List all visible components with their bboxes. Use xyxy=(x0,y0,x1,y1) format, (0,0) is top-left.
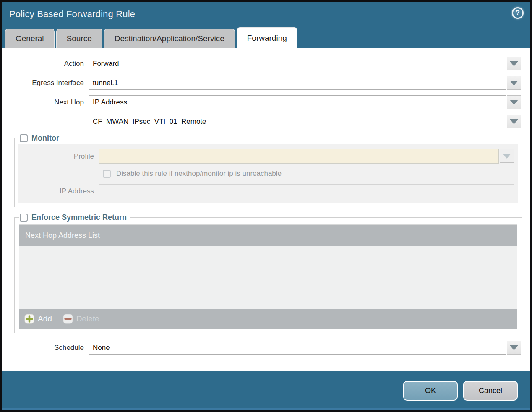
profile-combo xyxy=(99,149,514,164)
delete-button: Delete xyxy=(63,314,99,324)
chevron-down-icon xyxy=(503,154,511,159)
next-hop-dropdown-button[interactable] xyxy=(507,95,521,109)
plus-icon xyxy=(24,314,34,324)
disable-rule-label: Disable this rule if nexthop/monitor ip … xyxy=(116,169,282,178)
next-hop-row: Next Hop IP Address xyxy=(2,95,521,109)
monitor-legend: Monitor xyxy=(19,134,63,143)
schedule-combo: None xyxy=(89,341,521,355)
enforce-symmetric-return-checkbox[interactable] xyxy=(20,214,28,222)
action-dropdown-button[interactable] xyxy=(507,57,521,70)
monitor-ip-address-input xyxy=(99,184,514,198)
next-hop-label: Next Hop xyxy=(2,98,89,107)
next-hop-address-list-header: Next Hop Address List xyxy=(19,225,517,246)
egress-interface-select[interactable]: tunnel.1 xyxy=(89,76,506,90)
action-combo: Forward xyxy=(89,57,521,70)
tab-destination-application-service[interactable]: Destination/Application/Service xyxy=(104,29,235,48)
egress-interface-row: Egress Interface tunnel.1 xyxy=(2,76,521,90)
next-hop-address-list-body[interactable] xyxy=(19,246,517,309)
disable-rule-checkbox xyxy=(103,170,111,178)
monitor-checkbox[interactable] xyxy=(20,134,28,142)
chevron-down-icon xyxy=(510,345,518,350)
tab-bar: General Source Destination/Application/S… xyxy=(2,27,530,48)
next-hop-address-list-toolbar: Add Delete xyxy=(19,309,517,329)
next-hop-select[interactable]: IP Address xyxy=(89,95,506,109)
action-select[interactable]: Forward xyxy=(89,57,506,70)
tab-general[interactable]: General xyxy=(5,29,55,48)
footer-accent-strip xyxy=(2,408,530,410)
chevron-down-icon xyxy=(510,81,518,86)
schedule-row: Schedule None xyxy=(2,341,521,355)
ok-button[interactable]: OK xyxy=(403,381,458,401)
egress-interface-label: Egress Interface xyxy=(2,79,89,87)
chevron-down-icon xyxy=(510,61,518,66)
dialog-title: Policy Based Forwarding Rule xyxy=(9,9,135,20)
profile-label: Profile xyxy=(18,152,99,161)
next-hop-address-row: CF_MWAN_IPsec_VTI_01_Remote xyxy=(2,115,521,128)
enforce-symmetric-return-legend: Enforce Symmetric Return xyxy=(19,213,130,222)
minus-icon xyxy=(63,314,73,324)
tab-forwarding[interactable]: Forwarding xyxy=(237,27,297,48)
schedule-dropdown-button[interactable] xyxy=(507,341,521,355)
disable-rule-row: Disable this rule if nexthop/monitor ip … xyxy=(18,169,518,178)
profile-select xyxy=(99,149,499,164)
profile-dropdown-button xyxy=(500,149,514,163)
dialog-titlebar: Policy Based Forwarding Rule ? xyxy=(2,2,530,27)
help-icon[interactable]: ? xyxy=(512,7,524,19)
egress-interface-combo: tunnel.1 xyxy=(89,76,521,90)
chevron-down-icon xyxy=(510,100,518,105)
chevron-down-icon xyxy=(510,119,518,124)
monitor-title: Monitor xyxy=(31,134,59,143)
add-button-label: Add xyxy=(38,314,52,323)
next-hop-address-dropdown-button[interactable] xyxy=(507,115,521,128)
next-hop-address-combo: CF_MWAN_IPsec_VTI_01_Remote xyxy=(89,115,521,128)
dialog-footer: OK Cancel xyxy=(2,371,530,410)
enforce-symmetric-return-title: Enforce Symmetric Return xyxy=(31,213,127,222)
forwarding-tab-panel: Action Forward Egress Interface tunnel.1… xyxy=(2,48,530,371)
add-button[interactable]: Add xyxy=(24,314,52,324)
profile-row: Profile xyxy=(18,149,518,164)
action-label: Action xyxy=(2,60,89,68)
next-hop-address-list-table: Next Hop Address List Add xyxy=(19,224,517,329)
monitor-panel: Profile Disable this rule if nexthop/mon… xyxy=(18,144,518,203)
egress-interface-dropdown-button[interactable] xyxy=(507,76,521,90)
schedule-select[interactable]: None xyxy=(89,341,506,355)
delete-button-label: Delete xyxy=(76,314,99,323)
tab-source[interactable]: Source xyxy=(56,29,102,48)
policy-based-forwarding-rule-dialog: Policy Based Forwarding Rule ? General S… xyxy=(0,0,532,412)
cancel-button[interactable]: Cancel xyxy=(463,381,518,401)
monitor-ip-address-label: IP Address xyxy=(18,187,99,196)
action-row: Action Forward xyxy=(2,57,521,70)
monitor-fieldset: Monitor Profile Disable this rule if nex… xyxy=(14,134,522,207)
next-hop-address-select[interactable]: CF_MWAN_IPsec_VTI_01_Remote xyxy=(89,115,506,128)
monitor-ip-address-row: IP Address xyxy=(18,184,518,198)
schedule-label: Schedule xyxy=(2,344,89,352)
enforce-symmetric-return-fieldset: Enforce Symmetric Return Next Hop Addres… xyxy=(14,213,522,333)
next-hop-combo: IP Address xyxy=(89,95,521,109)
